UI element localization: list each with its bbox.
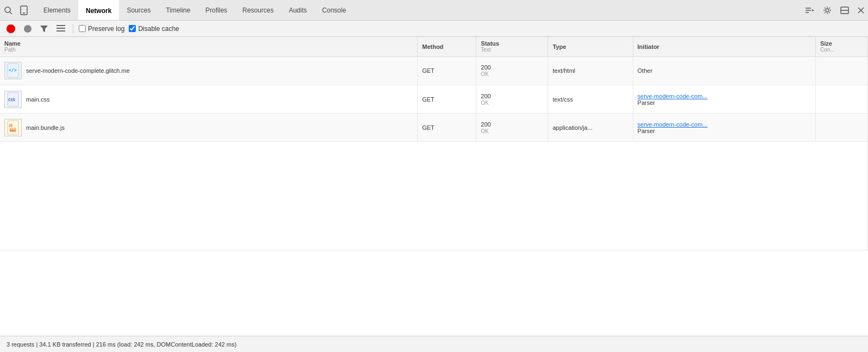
status-cell: 200 OK — [476, 57, 548, 85]
col-size[interactable]: Size Con... — [815, 37, 867, 56]
col-method[interactable]: Method — [418, 37, 476, 56]
table-row[interactable]: </> serve-modern-code-complete.glitch.me… — [0, 57, 868, 85]
name-cell: CSS main.css — [0, 85, 418, 114]
top-nav: Elements Network Sources Timeline Profil… — [0, 0, 868, 21]
svg-text:CSS: CSS — [8, 98, 15, 102]
tab-sources[interactable]: Sources — [119, 0, 158, 20]
tab-network[interactable]: Network — [78, 0, 119, 20]
row-3-name: main.bundle.js — [26, 124, 65, 131]
preserve-log-checkbox[interactable] — [79, 25, 86, 32]
network-data-table: </> serve-modern-code-complete.glitch.me… — [0, 57, 868, 251]
row-1-name: serve-modern-code-complete.glitch.me — [26, 67, 130, 74]
svg-line-1 — [10, 12, 12, 14]
css-file-icon: CSS — [4, 91, 22, 108]
status-bar-text: 3 requests | 34.1 KB transferred | 216 m… — [7, 341, 236, 348]
name-cell: JS func main.bundle.js — [0, 114, 418, 142]
method-cell: GET — [418, 85, 476, 114]
size-cell — [815, 57, 867, 85]
table-row[interactable]: CSS main.css GET 200 OK tex — [0, 85, 868, 114]
type-cell: text/html — [548, 57, 633, 85]
tab-timeline[interactable]: Timeline — [158, 0, 198, 20]
disable-cache-checkbox[interactable] — [129, 25, 136, 32]
settings-button[interactable] — [821, 4, 833, 16]
toolbar: Preserve log Disable cache — [0, 21, 868, 37]
svg-point-7 — [826, 9, 829, 12]
tab-profiles[interactable]: Profiles — [198, 0, 235, 20]
empty-row — [0, 142, 868, 250]
disable-cache-text: Disable cache — [138, 25, 179, 33]
svg-text:JS: JS — [9, 123, 13, 127]
table-scroll-area[interactable]: </> serve-modern-code-complete.glitch.me… — [0, 57, 868, 336]
svg-rect-15 — [56, 30, 65, 32]
table-header-row: Name Path Method Status Text Type Initia… — [0, 37, 868, 56]
tab-audits[interactable]: Audits — [281, 0, 315, 20]
table-row[interactable]: JS func main.bundle.js GET 200 — [0, 114, 868, 142]
nav-right-icons — [804, 4, 866, 16]
list-view-button[interactable] — [54, 24, 67, 33]
disable-cache-label[interactable]: Disable cache — [129, 25, 179, 33]
size-cell — [815, 114, 867, 142]
initiator-cell: serve-modern-code-com... Parser — [633, 85, 815, 114]
svg-rect-14 — [56, 28, 65, 29]
svg-text:</>: </> — [9, 68, 17, 73]
svg-rect-13 — [56, 25, 65, 26]
type-cell: application/ja... — [548, 114, 633, 142]
status-bar: 3 requests | 34.1 KB transferred | 216 m… — [0, 336, 868, 352]
preserve-log-label[interactable]: Preserve log — [79, 25, 124, 33]
dock-button[interactable] — [839, 5, 851, 16]
tab-console[interactable]: Console — [315, 0, 354, 20]
filter-icon — [40, 26, 48, 32]
close-button[interactable] — [856, 5, 866, 15]
status-cell: 200 OK — [476, 85, 548, 114]
method-cell: GET — [418, 57, 476, 85]
col-name[interactable]: Name Path — [0, 37, 418, 56]
stop-icon — [24, 25, 32, 33]
status-cell: 200 OK — [476, 114, 548, 142]
initiator-cell: Other — [633, 57, 815, 85]
preserve-log-text: Preserve log — [88, 25, 124, 33]
nav-tabs: Elements Network Sources Timeline Profil… — [36, 0, 354, 20]
network-table-container: Name Path Method Status Text Type Initia… — [0, 37, 868, 336]
col-status[interactable]: Status Text — [476, 37, 548, 56]
execute-button[interactable] — [804, 5, 816, 15]
tab-resources[interactable]: Resources — [235, 0, 281, 20]
js-file-icon: JS func — [4, 119, 22, 136]
stop-button[interactable] — [22, 24, 34, 34]
search-button[interactable] — [2, 4, 14, 16]
col-type[interactable]: Type — [548, 37, 633, 56]
record-icon — [7, 24, 15, 33]
html-file-icon: </> — [4, 62, 22, 79]
size-cell — [815, 85, 867, 114]
tab-elements[interactable]: Elements — [36, 0, 78, 20]
type-cell: text/css — [548, 85, 633, 114]
toolbar-separator-1 — [73, 24, 73, 34]
row-2-name: main.css — [26, 96, 49, 103]
filter-button[interactable] — [38, 24, 50, 33]
svg-text:func: func — [9, 129, 16, 132]
list-icon — [56, 25, 65, 32]
svg-point-0 — [5, 7, 10, 12]
record-button[interactable] — [4, 23, 17, 34]
initiator-cell: serve-modern-code-com... Parser — [633, 114, 815, 142]
name-cell: </> serve-modern-code-complete.glitch.me — [0, 57, 418, 85]
method-cell: GET — [418, 114, 476, 142]
mobile-button[interactable] — [18, 4, 29, 17]
svg-marker-12 — [40, 26, 48, 32]
nav-left-icons — [2, 4, 36, 17]
network-table: Name Path Method Status Text Type Initia… — [0, 37, 868, 57]
col-initiator[interactable]: Initiator — [633, 37, 815, 56]
